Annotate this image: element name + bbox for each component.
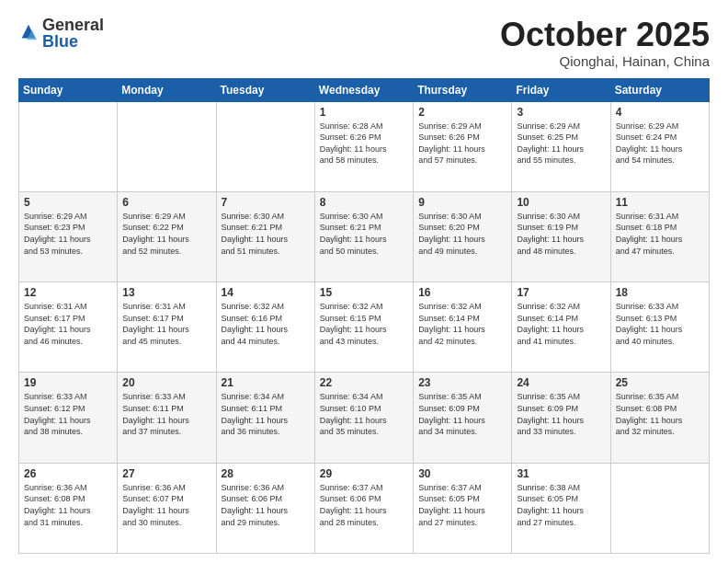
calendar-cell: 1Sunrise: 6:28 AM Sunset: 6:26 PM Daylig…: [314, 101, 413, 191]
calendar-cell: 17Sunrise: 6:32 AM Sunset: 6:14 PM Dayli…: [512, 282, 610, 373]
day-number: 15: [320, 286, 408, 299]
logo-icon: [18, 23, 39, 43]
day-info: Sunrise: 6:30 AM Sunset: 6:21 PM Dayligh…: [222, 211, 310, 257]
weekday-header-friday: Friday: [512, 78, 610, 101]
day-info: Sunrise: 6:34 AM Sunset: 6:10 PM Dayligh…: [320, 391, 408, 437]
day-number: 19: [24, 376, 112, 389]
calendar-cell: [216, 101, 314, 191]
day-number: 2: [418, 106, 506, 119]
day-info: Sunrise: 6:28 AM Sunset: 6:26 PM Dayligh…: [320, 121, 408, 167]
header: General Blue October 2025 Qionghai, Hain…: [18, 17, 710, 69]
calendar-cell: 19Sunrise: 6:33 AM Sunset: 6:12 PM Dayli…: [19, 373, 118, 463]
day-number: 9: [418, 196, 506, 209]
day-info: Sunrise: 6:33 AM Sunset: 6:13 PM Dayligh…: [616, 301, 704, 347]
day-number: 16: [418, 286, 506, 299]
day-number: 30: [418, 467, 506, 480]
day-number: 29: [320, 467, 408, 480]
day-number: 28: [222, 467, 310, 480]
day-number: 22: [320, 376, 408, 389]
day-number: 27: [122, 467, 210, 480]
day-number: 23: [418, 376, 506, 389]
day-info: Sunrise: 6:31 AM Sunset: 6:18 PM Dayligh…: [616, 211, 704, 257]
logo-general: General: [42, 17, 104, 33]
weekday-header-wednesday: Wednesday: [314, 78, 413, 101]
day-number: 7: [222, 196, 310, 209]
calendar-cell: 14Sunrise: 6:32 AM Sunset: 6:16 PM Dayli…: [216, 282, 314, 373]
day-number: 26: [24, 467, 112, 480]
day-number: 10: [517, 196, 605, 209]
day-info: Sunrise: 6:37 AM Sunset: 6:05 PM Dayligh…: [418, 482, 506, 528]
day-number: 6: [122, 196, 210, 209]
day-info: Sunrise: 6:35 AM Sunset: 6:09 PM Dayligh…: [517, 391, 605, 437]
day-info: Sunrise: 6:38 AM Sunset: 6:05 PM Dayligh…: [517, 482, 605, 528]
weekday-header-monday: Monday: [118, 78, 216, 101]
weekday-header-row: SundayMondayTuesdayWednesdayThursdayFrid…: [19, 78, 710, 101]
calendar-cell: 21Sunrise: 6:34 AM Sunset: 6:11 PM Dayli…: [216, 373, 314, 463]
day-info: Sunrise: 6:32 AM Sunset: 6:15 PM Dayligh…: [320, 301, 408, 347]
week-row-3: 19Sunrise: 6:33 AM Sunset: 6:12 PM Dayli…: [19, 373, 710, 463]
month-title: October 2025: [500, 17, 710, 53]
calendar-cell: [19, 101, 118, 191]
week-row-1: 5Sunrise: 6:29 AM Sunset: 6:23 PM Daylig…: [19, 191, 710, 282]
day-info: Sunrise: 6:29 AM Sunset: 6:24 PM Dayligh…: [616, 121, 704, 167]
calendar-cell: 30Sunrise: 6:37 AM Sunset: 6:05 PM Dayli…: [414, 463, 512, 553]
calendar-cell: 7Sunrise: 6:30 AM Sunset: 6:21 PM Daylig…: [216, 191, 314, 282]
day-number: 5: [24, 196, 112, 209]
calendar-cell: 20Sunrise: 6:33 AM Sunset: 6:11 PM Dayli…: [118, 373, 216, 463]
calendar-cell: 9Sunrise: 6:30 AM Sunset: 6:20 PM Daylig…: [414, 191, 512, 282]
day-info: Sunrise: 6:29 AM Sunset: 6:26 PM Dayligh…: [418, 121, 506, 167]
calendar-cell: 24Sunrise: 6:35 AM Sunset: 6:09 PM Dayli…: [512, 373, 610, 463]
logo-text: General Blue: [42, 17, 104, 50]
day-info: Sunrise: 6:31 AM Sunset: 6:17 PM Dayligh…: [24, 301, 112, 347]
day-info: Sunrise: 6:32 AM Sunset: 6:14 PM Dayligh…: [418, 301, 506, 347]
day-number: 31: [517, 467, 605, 480]
week-row-0: 1Sunrise: 6:28 AM Sunset: 6:26 PM Daylig…: [19, 101, 710, 191]
day-number: 21: [222, 376, 310, 389]
location: Qionghai, Hainan, China: [500, 53, 710, 69]
calendar-cell: 10Sunrise: 6:30 AM Sunset: 6:19 PM Dayli…: [512, 191, 610, 282]
day-info: Sunrise: 6:36 AM Sunset: 6:06 PM Dayligh…: [222, 482, 310, 528]
weekday-header-sunday: Sunday: [19, 78, 118, 101]
day-number: 20: [122, 376, 210, 389]
day-number: 13: [122, 286, 210, 299]
calendar-cell: 2Sunrise: 6:29 AM Sunset: 6:26 PM Daylig…: [414, 101, 512, 191]
calendar-cell: 15Sunrise: 6:32 AM Sunset: 6:15 PM Dayli…: [314, 282, 413, 373]
calendar-cell: 25Sunrise: 6:35 AM Sunset: 6:08 PM Dayli…: [610, 373, 709, 463]
calendar-cell: [118, 101, 216, 191]
day-number: 12: [24, 286, 112, 299]
day-info: Sunrise: 6:36 AM Sunset: 6:07 PM Dayligh…: [122, 482, 210, 528]
day-info: Sunrise: 6:36 AM Sunset: 6:08 PM Dayligh…: [24, 482, 112, 528]
calendar-cell: [610, 463, 709, 553]
calendar-cell: 13Sunrise: 6:31 AM Sunset: 6:17 PM Dayli…: [118, 282, 216, 373]
calendar: SundayMondayTuesdayWednesdayThursdayFrid…: [18, 78, 710, 554]
page: General Blue October 2025 Qionghai, Hain…: [0, 0, 728, 563]
day-number: 24: [517, 376, 605, 389]
day-number: 4: [616, 106, 704, 119]
day-info: Sunrise: 6:35 AM Sunset: 6:08 PM Dayligh…: [616, 391, 704, 437]
day-number: 14: [222, 286, 310, 299]
day-info: Sunrise: 6:30 AM Sunset: 6:19 PM Dayligh…: [517, 211, 605, 257]
week-row-2: 12Sunrise: 6:31 AM Sunset: 6:17 PM Dayli…: [19, 282, 710, 373]
day-number: 8: [320, 196, 408, 209]
calendar-cell: 11Sunrise: 6:31 AM Sunset: 6:18 PM Dayli…: [610, 191, 709, 282]
day-number: 25: [616, 376, 704, 389]
week-row-4: 26Sunrise: 6:36 AM Sunset: 6:08 PM Dayli…: [19, 463, 710, 553]
calendar-cell: 26Sunrise: 6:36 AM Sunset: 6:08 PM Dayli…: [19, 463, 118, 553]
calendar-cell: 22Sunrise: 6:34 AM Sunset: 6:10 PM Dayli…: [314, 373, 413, 463]
day-info: Sunrise: 6:35 AM Sunset: 6:09 PM Dayligh…: [418, 391, 506, 437]
calendar-cell: 3Sunrise: 6:29 AM Sunset: 6:25 PM Daylig…: [512, 101, 610, 191]
day-info: Sunrise: 6:32 AM Sunset: 6:14 PM Dayligh…: [517, 301, 605, 347]
calendar-cell: 6Sunrise: 6:29 AM Sunset: 6:22 PM Daylig…: [118, 191, 216, 282]
logo: General Blue: [18, 17, 104, 50]
day-info: Sunrise: 6:29 AM Sunset: 6:23 PM Dayligh…: [24, 211, 112, 257]
day-info: Sunrise: 6:31 AM Sunset: 6:17 PM Dayligh…: [122, 301, 210, 347]
calendar-cell: 31Sunrise: 6:38 AM Sunset: 6:05 PM Dayli…: [512, 463, 610, 553]
day-info: Sunrise: 6:30 AM Sunset: 6:20 PM Dayligh…: [418, 211, 506, 257]
day-number: 1: [320, 106, 408, 119]
day-info: Sunrise: 6:34 AM Sunset: 6:11 PM Dayligh…: [222, 391, 310, 437]
logo-blue: Blue: [42, 33, 104, 50]
title-block: October 2025 Qionghai, Hainan, China: [500, 17, 710, 69]
calendar-cell: 18Sunrise: 6:33 AM Sunset: 6:13 PM Dayli…: [610, 282, 709, 373]
day-info: Sunrise: 6:32 AM Sunset: 6:16 PM Dayligh…: [222, 301, 310, 347]
weekday-header-saturday: Saturday: [610, 78, 709, 101]
